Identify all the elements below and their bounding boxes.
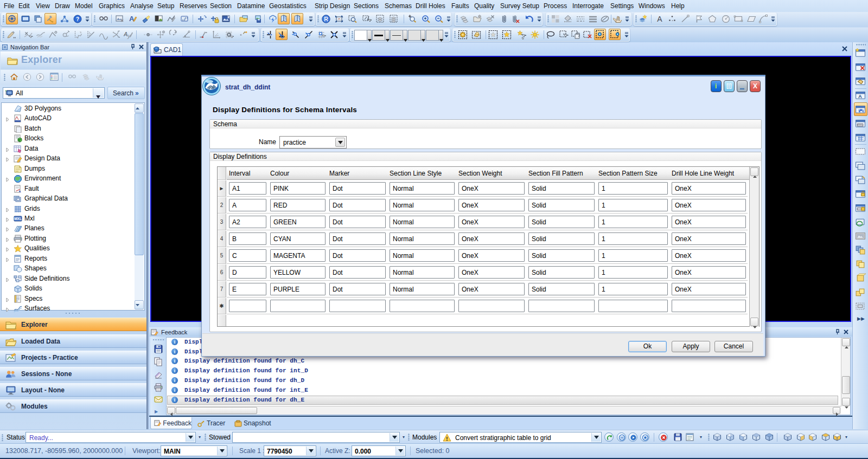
svg-text:R: R xyxy=(324,16,328,22)
svg-text:?: ? xyxy=(76,16,79,22)
svg-text:MXL: MXL xyxy=(14,217,22,221)
svg-text:A: A xyxy=(657,15,662,23)
svg-text:A: A xyxy=(858,93,862,99)
